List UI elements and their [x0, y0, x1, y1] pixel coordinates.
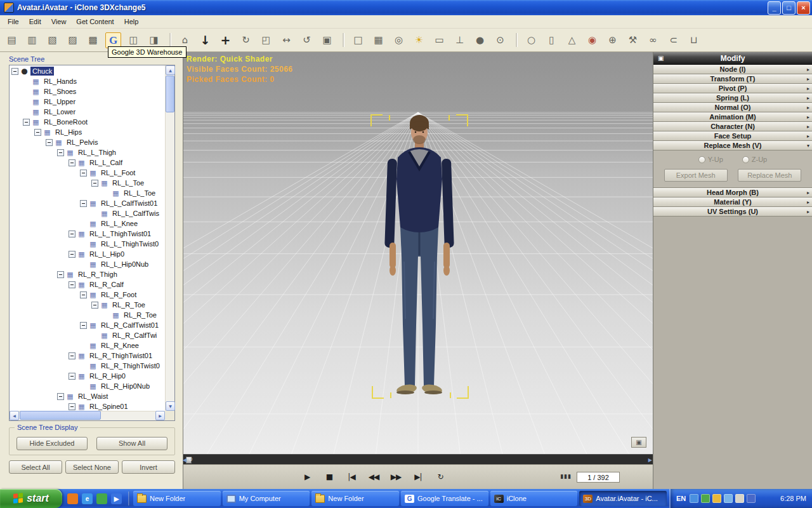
tree-node-rl-l-thightwist01[interactable]: ▦RL_L_ThighTwist01	[10, 229, 165, 239]
show-all-button[interactable]: Show All	[96, 437, 167, 450]
tree-node-rl-r-hip0[interactable]: ▦RL_R_Hip0	[10, 371, 165, 381]
tree-node-rl-spine01[interactable]: ▦RL_Spine01	[10, 401, 165, 411]
tree-node-rl-l-toe[interactable]: ▦RL_L_Toe	[10, 188, 165, 198]
tree-expand-toggle[interactable]	[69, 231, 75, 237]
viewport-maximize-button[interactable]: ▣	[631, 437, 646, 448]
tree-node-rl-l-thigh[interactable]: ▦RL_L_Thigh	[10, 147, 165, 157]
snap-toggle-button[interactable]: ⊙	[492, 32, 508, 48]
security-shield-tray-icon[interactable]	[701, 494, 710, 503]
task-my-computer[interactable]: My Computer	[223, 491, 310, 506]
menu-help[interactable]: Help	[119, 16, 144, 27]
tree-expand-toggle[interactable]	[69, 403, 75, 410]
preview-cone-button[interactable]: △	[564, 32, 580, 48]
light-toggle-button[interactable]: ☀	[411, 32, 427, 48]
language-indicator[interactable]: EN	[676, 495, 686, 502]
volume-tray-icon[interactable]	[735, 494, 744, 503]
tree-node-chuck[interactable]: ●Chuck	[10, 66, 165, 76]
tree-expand-toggle[interactable]	[23, 119, 30, 126]
tree-node-rl-r-foot[interactable]: ▦RL_R_Foot	[10, 290, 165, 300]
link-nodes-button[interactable]: ⊂	[665, 32, 681, 48]
launch-firefox-icon[interactable]	[67, 493, 78, 504]
modify-section-spring-l[interactable]: Spring (L)	[653, 93, 812, 103]
tree-node-rl-l-hip0[interactable]: ▦RL_L_Hip0	[10, 249, 165, 259]
viewport-canvas[interactable]	[183, 52, 653, 454]
frame-subject-button[interactable]: ▣	[319, 32, 335, 48]
tree-node-rl-l-thightwist0[interactable]: ▦RL_L_ThighTwist0	[10, 239, 165, 249]
menu-edit[interactable]: Edit	[24, 16, 46, 27]
avatar-character[interactable]	[384, 115, 454, 396]
tree-node-rl-l-calftwis[interactable]: ▦RL_L_CalfTwis	[10, 208, 165, 218]
tree-expand-toggle[interactable]	[91, 302, 98, 309]
tree-node-rl-pelvis[interactable]: ▦RL_Pelvis	[10, 137, 165, 147]
orbit-view-button[interactable]: ↺	[299, 32, 315, 48]
tree-expand-toggle[interactable]	[69, 251, 75, 258]
apply-to-iclone-button[interactable]: ↓	[197, 32, 213, 48]
tree-node-rl-r-toe[interactable]: ▦RL_R_Toe	[10, 300, 165, 310]
pick-mode-button[interactable]: ◎	[391, 32, 407, 48]
import-sketchup-button[interactable]: ◫	[126, 32, 141, 48]
modify-section-pivot-p[interactable]: Pivot (P)	[653, 84, 812, 93]
tree-vertical-scrollbar[interactable]	[165, 65, 174, 411]
wireframe-mode-button[interactable]: □	[350, 32, 366, 48]
horizontal-scroll-thumb[interactable]	[20, 411, 101, 420]
menu-view[interactable]: View	[46, 16, 72, 27]
titlebar[interactable]: Avatar.iAvatar - iClone 3DXchange5 _ □ ×	[0, 0, 812, 15]
tree-node-rl-hands[interactable]: ▦RL_Hands	[10, 76, 165, 86]
menu-file[interactable]: File	[3, 16, 24, 27]
select-none-button[interactable]: Select None	[65, 460, 119, 474]
open-file-button[interactable]: ▥	[24, 32, 40, 48]
first-frame-button[interactable]: |◀	[345, 470, 358, 484]
scroll-right-icon[interactable]	[155, 411, 165, 420]
camera-eye-button[interactable]: ◉	[584, 32, 600, 48]
launch-internet-explorer-icon[interactable]: e	[82, 493, 93, 504]
tree-node-rl-r-thightwist0[interactable]: ▦RL_R_ThighTwist0	[10, 361, 165, 371]
film-strip-icon[interactable]: ▮▮▮	[560, 473, 572, 479]
step-back-button[interactable]: ◀◀	[367, 470, 380, 484]
preview-cylinder-button[interactable]: ▯	[544, 32, 560, 48]
texture-view-button[interactable]: ●	[472, 32, 488, 48]
tree-expand-toggle[interactable]	[57, 393, 64, 400]
maximize-button[interactable]: □	[782, 1, 796, 15]
step-forward-button[interactable]: ▶▶	[390, 470, 402, 484]
modify-section-character-n[interactable]: Character (N)	[653, 122, 812, 131]
tree-node-rl-r-knee[interactable]: ▦RL_R_Knee	[10, 340, 165, 351]
replace-mesh-button[interactable]: Replace Mesh	[738, 169, 801, 182]
tree-expand-toggle[interactable]	[11, 68, 18, 75]
tree-expand-toggle[interactable]	[80, 291, 87, 298]
back-to-iclone-button[interactable]: ⌂	[177, 32, 193, 48]
timeline-track[interactable]: 0	[183, 454, 653, 464]
modify-section-face-setup[interactable]: Face Setup	[653, 131, 812, 141]
google-3d-warehouse-button[interactable]: G	[105, 32, 121, 48]
viewport[interactable]: Render: Quick Shader Visible Faces Count…	[183, 52, 653, 454]
play-button[interactable]: ▶	[301, 470, 313, 484]
tree-node-rl-r-calftwist01[interactable]: ▦RL_R_CalfTwist01	[10, 320, 165, 330]
tree-node-rl-r-calftwi[interactable]: ▦RL_R_CalfTwi	[10, 330, 165, 340]
start-button[interactable]: start	[0, 489, 62, 508]
tree-expand-toggle[interactable]	[80, 200, 87, 207]
display-tray-icon[interactable]	[724, 494, 733, 503]
update-tray-icon[interactable]	[712, 494, 721, 503]
repair-tool-button[interactable]: ⚒	[625, 32, 641, 48]
tree-node-rl-shoes[interactable]: ▦RL_Shoes	[10, 86, 165, 97]
tree-expand-toggle[interactable]	[57, 271, 64, 278]
modify-section-uv-settings-u[interactable]: UV Settings (U)	[653, 207, 812, 217]
tree-node-rl-r-thightwist01[interactable]: ▦RL_R_ThighTwist01	[10, 351, 165, 361]
scale-tool-button[interactable]: ◰	[258, 32, 274, 48]
tree-node-rl-r-hip0nub[interactable]: ▦RL_R_Hip0Nub	[10, 381, 165, 391]
tree-node-rl-r-calf[interactable]: ▦RL_R_Calf	[10, 279, 165, 290]
modify-section-normal-o[interactable]: Normal (O)	[653, 103, 812, 112]
modify-section-material-y[interactable]: Material (Y)	[653, 197, 812, 207]
loop-button[interactable]: ↻	[434, 470, 447, 484]
preview-sphere-button[interactable]: ○	[523, 32, 539, 48]
modify-section-transform-t[interactable]: Transform (T)	[653, 74, 812, 84]
modify-section-animation-m[interactable]: Animation (M)	[653, 112, 812, 122]
modify-section-replace-mesh-v[interactable]: Replace Mesh (V)	[653, 141, 812, 150]
world-globe-button[interactable]: ⊕	[605, 32, 620, 48]
tree-node-rl-r-toe[interactable]: ▦RL_R_Toe	[10, 310, 165, 320]
tree-expand-toggle[interactable]	[69, 281, 75, 288]
rotate-tool-button[interactable]: ↻	[238, 32, 254, 48]
tree-expand-toggle[interactable]	[69, 373, 75, 380]
axis-display-button[interactable]: ⊥	[452, 32, 468, 48]
new-project-button[interactable]: ▤	[4, 32, 20, 48]
tree-node-rl-upper[interactable]: ▦RL_Upper	[10, 97, 165, 107]
